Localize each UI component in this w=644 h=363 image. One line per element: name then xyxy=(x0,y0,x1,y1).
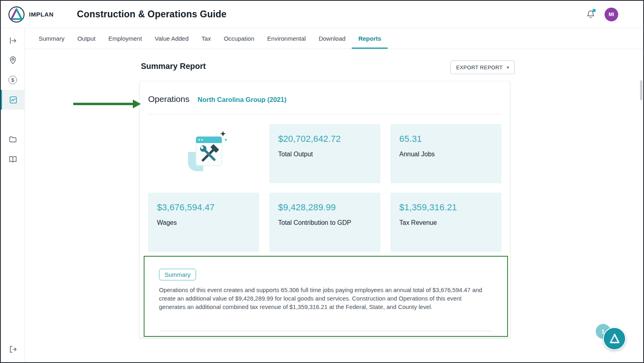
tab-reports[interactable]: Reports xyxy=(352,28,388,49)
chevron-down-icon: ▾ xyxy=(507,65,509,70)
tab-environmental[interactable]: Environmental xyxy=(261,28,312,49)
sidebar-results-icon[interactable] xyxy=(1,90,25,110)
annotation-arrow xyxy=(73,100,141,108)
app-header: IMPLAN Construction & Operations Guide M… xyxy=(1,1,643,28)
tab-summary[interactable]: Summary xyxy=(32,28,71,49)
sidebar-expand-icon[interactable] xyxy=(1,31,25,50)
implan-chat-logo-icon xyxy=(608,332,621,346)
page-title: Construction & Operations Guide xyxy=(77,9,227,20)
metric-card-tax-revenue: $1,359,316.21 Tax Revenue xyxy=(390,193,502,252)
report-title: Summary Report xyxy=(141,62,206,71)
metric-card-gdp: $9,428,289.99 Total Contribution to GDP xyxy=(269,193,380,252)
tab-download[interactable]: Download xyxy=(312,28,352,49)
export-report-label: EXPORT REPORT xyxy=(456,64,503,71)
export-report-button[interactable]: EXPORT REPORT ▾ xyxy=(450,60,515,74)
vertical-scrollbar[interactable] xyxy=(640,80,642,100)
sidebar: $ xyxy=(1,28,25,362)
operations-illustration xyxy=(148,124,259,183)
summary-paragraph: Operations of this event creates and sup… xyxy=(159,286,486,311)
tab-output[interactable]: Output xyxy=(71,28,102,49)
sidebar-impacts-icon[interactable]: $ xyxy=(1,70,25,90)
implan-logo-icon[interactable] xyxy=(8,6,25,23)
group-link[interactable]: North Carolina Group (2021) xyxy=(198,96,287,104)
tab-tax[interactable]: Tax xyxy=(195,28,217,49)
metric-value: 65.31 xyxy=(399,134,493,144)
chat-widget-button[interactable] xyxy=(603,327,626,350)
metric-label: Tax Revenue xyxy=(399,219,493,226)
implan-app: { "header": { "brand": "IMPLAN", "title"… xyxy=(0,0,644,363)
metric-label: Wages xyxy=(157,219,250,226)
metric-value: $3,676,594.47 xyxy=(157,202,250,213)
tab-occupation[interactable]: Occupation xyxy=(217,28,261,49)
annotation-arrow-head xyxy=(133,100,141,108)
section-header: Operations North Carolina Group (2021) xyxy=(148,94,287,104)
user-avatar[interactable]: MI xyxy=(605,8,618,21)
annotation-arrow-shaft xyxy=(73,103,134,105)
tab-value-added[interactable]: Value Added xyxy=(149,28,195,49)
metric-card-total-output: $20,702,642.72 Total Output xyxy=(269,124,380,183)
metric-label: Total Output xyxy=(278,151,372,158)
metric-card-annual-jobs: 65.31 Annual Jobs xyxy=(390,124,502,183)
section-divider xyxy=(148,114,501,114)
metric-label: Total Contribution to GDP xyxy=(278,219,372,226)
notification-dot xyxy=(592,9,596,12)
metrics-grid: $20,702,642.72 Total Output 65.31 Annual… xyxy=(148,124,502,252)
metric-card-wages: $3,676,594.47 Wages xyxy=(148,193,259,252)
logout-icon[interactable] xyxy=(1,339,25,359)
section-title: Operations xyxy=(148,94,190,104)
tab-employment[interactable]: Employment xyxy=(102,28,148,49)
metric-value: $20,702,642.72 xyxy=(278,134,372,144)
report-tabbar: Summary Output Employment Value Added Ta… xyxy=(25,28,643,49)
metric-label: Annual Jobs xyxy=(399,151,493,158)
summary-annotation-box: Summary Operations of this event creates… xyxy=(144,256,508,337)
brand-text: IMPLAN xyxy=(29,11,54,18)
header-actions: MI xyxy=(586,8,637,21)
tools-illustration-icon xyxy=(177,129,231,178)
sidebar-regions-icon[interactable] xyxy=(1,50,25,70)
notifications-bell-icon[interactable] xyxy=(586,10,596,19)
summary-divider xyxy=(159,331,493,331)
summary-badge: Summary xyxy=(159,269,196,280)
metric-value: $9,428,289.99 xyxy=(278,202,372,213)
sidebar-library-icon[interactable] xyxy=(1,149,25,169)
dollar-icon: $ xyxy=(8,76,17,84)
summary-report-card: Operations North Carolina Group (2021) xyxy=(140,81,510,338)
sidebar-projects-icon[interactable] xyxy=(1,129,25,149)
metric-value: $1,359,316.21 xyxy=(399,202,493,213)
